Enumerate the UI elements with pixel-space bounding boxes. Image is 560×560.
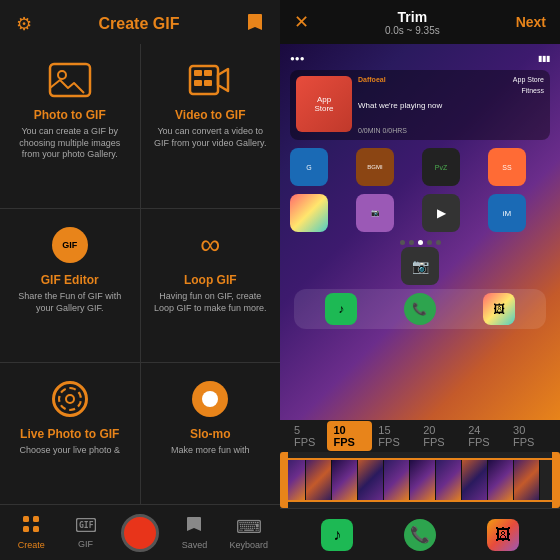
- dock-phone-icon: 📞: [404, 519, 436, 551]
- slomo-icon: [188, 377, 232, 421]
- fps-bar: 5 FPS 10 FPS 15 FPS 20 FPS 24 FPS 30 FPS: [280, 420, 560, 452]
- tab-saved[interactable]: Saved: [167, 515, 221, 550]
- banner-thumb: AppStore: [296, 76, 352, 132]
- photo-to-gif-icon: [48, 58, 92, 102]
- banner-stats: 0/0MIN 0/0HRS: [358, 127, 507, 134]
- phone-status-bar: ●●● ▮▮▮: [286, 50, 554, 66]
- camera-app: 📷: [401, 247, 439, 285]
- right-header: ✕ Trim 0.0s ~ 9.35s Next: [280, 0, 560, 44]
- video-to-gif-icon: [188, 58, 232, 102]
- trim-time-range: 0.0s ~ 9.35s: [385, 25, 440, 36]
- svg-rect-3: [194, 70, 202, 76]
- tab-record[interactable]: [113, 514, 167, 552]
- tab-keyboard[interactable]: ⌨ Keyboard: [222, 516, 276, 550]
- loop-gif-icon: ∞: [188, 223, 232, 267]
- photo-to-gif-desc: You can create a GIF by choosing multipl…: [10, 126, 130, 161]
- right-panel: ✕ Trim 0.0s ~ 9.35s Next ●●● ▮▮▮ AppStor…: [280, 0, 560, 560]
- live-photo-icon: [48, 377, 92, 421]
- call9-app: ▶: [422, 194, 460, 232]
- timeline-frame-7: [436, 458, 462, 502]
- banner-title: What we're playing now: [358, 101, 507, 110]
- video-to-gif-title: Video to GIF: [175, 108, 245, 122]
- create-icon: [22, 515, 40, 538]
- loop-gif-cell[interactable]: ∞ Loop GIF Having fun on GIF, create Loo…: [141, 209, 281, 362]
- phone-dock-icon: 📞: [404, 293, 436, 325]
- live-photo-cell[interactable]: Live Photo to GIF Choose your live photo…: [0, 363, 140, 504]
- tab-gif[interactable]: GIF GIF: [58, 516, 112, 549]
- svg-rect-9: [23, 526, 29, 532]
- battlegrounds-app: BGMI: [356, 148, 394, 186]
- timeline-frame-5: [384, 458, 410, 502]
- subway-surf-app: SS: [488, 148, 526, 186]
- saved-icon: [186, 515, 202, 538]
- camera-area: 📷: [286, 247, 554, 285]
- tab-saved-label: Saved: [182, 540, 208, 550]
- timeline-frame-10: [514, 458, 540, 502]
- trim-title: Trim: [398, 9, 428, 25]
- dock-photos[interactable]: 🖼: [487, 519, 519, 551]
- svg-rect-2: [190, 66, 218, 94]
- apps-row-1: G BGMI PvZ SS: [286, 144, 554, 190]
- close-icon[interactable]: ✕: [294, 11, 309, 33]
- slomo-cell[interactable]: Slo-mo Make more fun with: [141, 363, 281, 504]
- banner-tag: Daffoeal: [358, 76, 507, 83]
- gear-icon[interactable]: ⚙: [16, 13, 32, 35]
- timeline-frames: [280, 458, 540, 502]
- timeline-handle-right[interactable]: [552, 452, 560, 508]
- dock-spotify[interactable]: ♪: [321, 519, 353, 551]
- feature-grid: Photo to GIF You can create a GIF by cho…: [0, 44, 280, 504]
- left-panel: ⚙ Create GIF Photo to GIF You can create…: [0, 0, 280, 560]
- tab-gif-label: GIF: [78, 539, 93, 549]
- photos-dock: 🖼: [483, 293, 515, 325]
- photo-to-gif-cell[interactable]: Photo to GIF You can create a GIF by cho…: [0, 44, 140, 208]
- timeline-strip[interactable]: [280, 452, 560, 508]
- timeline-frame-8: [462, 458, 488, 502]
- photo-to-gif-title: Photo to GIF: [34, 108, 106, 122]
- tab-create[interactable]: Create: [4, 515, 58, 550]
- svg-rect-0: [50, 64, 90, 96]
- photo9-app: 📷: [356, 194, 394, 232]
- fps-20[interactable]: 20 FPS: [417, 421, 462, 451]
- slomo-title: Slo-mo: [190, 427, 231, 441]
- svg-rect-10: [33, 526, 39, 532]
- svg-rect-5: [194, 80, 202, 86]
- fps-5[interactable]: 5 FPS: [288, 421, 327, 451]
- fps-15[interactable]: 15 FPS: [372, 421, 417, 451]
- fps-24[interactable]: 24 FPS: [462, 421, 507, 451]
- imovie-app: iM: [488, 194, 526, 232]
- video-preview: ●●● ▮▮▮ AppStore Daffoeal What we're pla…: [280, 44, 560, 420]
- svg-rect-4: [204, 70, 212, 76]
- live-photo-title: Live Photo to GIF: [20, 427, 119, 441]
- left-header: ⚙ Create GIF: [0, 0, 280, 44]
- gif-editor-desc: Share the Fun of GIF with your Gallery G…: [10, 291, 130, 314]
- gif-editor-icon: GIF: [48, 223, 92, 267]
- gif-tab-icon: GIF: [76, 516, 96, 537]
- spotify-dock: ♪: [325, 293, 357, 325]
- timeline-frame-2: [306, 458, 332, 502]
- featured-banner: AppStore Daffoeal What we're playing now…: [290, 70, 550, 140]
- live-photo-desc: Choose your live photo &: [19, 445, 120, 457]
- apps-row-2: 📷 ▶ iM: [286, 190, 554, 236]
- page-title: Create GIF: [99, 15, 180, 33]
- timeline-handle-left[interactable]: [280, 452, 288, 508]
- loop-gif-desc: Having fun on GIF, create Loop GIF to ma…: [151, 291, 271, 314]
- bookmark-icon[interactable]: [246, 12, 264, 37]
- timeline-frame-3: [332, 458, 358, 502]
- header-center: Trim 0.0s ~ 9.35s: [385, 9, 440, 36]
- fps-30[interactable]: 30 FPS: [507, 421, 552, 451]
- timeline-border-bottom: [288, 500, 552, 502]
- slomo-desc: Make more fun with: [171, 445, 250, 457]
- signal-icon: ●●●: [290, 54, 305, 63]
- dock-phone[interactable]: 📞: [404, 519, 436, 551]
- fps-10[interactable]: 10 FPS: [327, 421, 372, 451]
- pvz2-app: PvZ: [422, 148, 460, 186]
- timeline-frame-4: [358, 458, 384, 502]
- banner-right: App Store Fitness: [513, 76, 544, 134]
- video-to-gif-cell[interactable]: Video to GIF You can convert a video to …: [141, 44, 281, 208]
- record-button[interactable]: [121, 514, 159, 552]
- loop-gif-title: Loop GIF: [184, 273, 237, 287]
- next-button[interactable]: Next: [516, 14, 546, 30]
- gif-editor-cell[interactable]: GIF GIF Editor Share the Fun of GIF with…: [0, 209, 140, 362]
- photos-app: [290, 194, 328, 232]
- phone-ui: ●●● ▮▮▮ AppStore Daffoeal What we're pla…: [280, 44, 560, 420]
